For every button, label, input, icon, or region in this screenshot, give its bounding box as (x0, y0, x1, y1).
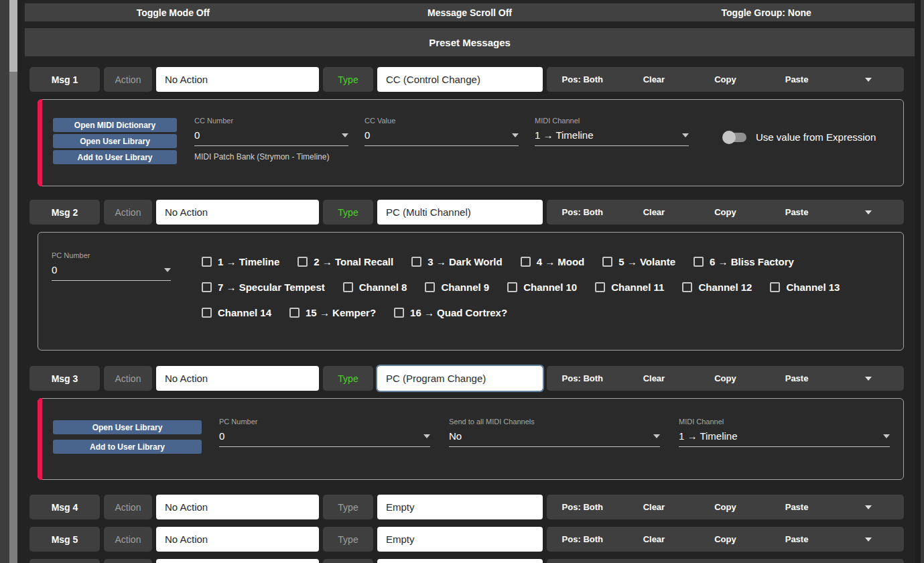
row-menu-button[interactable] (832, 200, 904, 225)
action-label-button[interactable]: Action (104, 559, 152, 563)
channel-checkbox[interactable]: 4 → Mood (521, 256, 585, 267)
type-label-button[interactable]: Type (323, 366, 373, 391)
cc-value-select[interactable]: 0 (365, 129, 519, 146)
paste-button[interactable]: Paste (761, 366, 833, 391)
open-user-library-button[interactable]: Open User Library (53, 134, 177, 148)
clear-button[interactable]: Clear (618, 559, 690, 563)
type-label-button[interactable]: Type (323, 67, 373, 92)
type-select[interactable]: CC (Control Change) (377, 67, 543, 92)
msg5-button[interactable]: Msg 5 (29, 527, 100, 552)
checkbox-icon[interactable] (411, 257, 421, 267)
copy-button[interactable]: Copy (689, 495, 761, 519)
msg3-button[interactable]: Msg 3 (29, 366, 100, 391)
type-select[interactable]: PC (Multi Channel) (377, 200, 543, 225)
channel-checkbox[interactable]: Channel 8 (343, 282, 407, 293)
msg4-button[interactable]: Msg 4 (29, 495, 100, 519)
channel-checkbox[interactable]: Channel 11 (595, 282, 664, 293)
send-all-channels-field[interactable]: Send to all MIDI Channels No (449, 418, 660, 447)
copy-button[interactable]: Copy (689, 559, 761, 563)
toggle-mode-button[interactable]: Toggle Mode Off (25, 3, 322, 21)
checkbox-icon[interactable] (202, 257, 212, 267)
pos-button[interactable]: Pos: Both (547, 559, 618, 563)
checkbox-icon[interactable] (298, 257, 308, 267)
channel-checkbox[interactable]: Channel 9 (425, 282, 489, 293)
clear-button[interactable]: Clear (618, 67, 690, 92)
action-label-button[interactable]: Action (104, 67, 152, 92)
open-user-library-button[interactable]: Open User Library (53, 420, 202, 434)
channel-checkbox[interactable]: Channel 14 (202, 307, 271, 318)
copy-button[interactable]: Copy (689, 67, 761, 92)
checkbox-icon[interactable] (521, 257, 531, 267)
type-label-button[interactable]: Type (323, 200, 373, 225)
clear-button[interactable]: Clear (618, 366, 690, 391)
action-select[interactable]: No Action (156, 559, 319, 563)
action-select[interactable]: No Action (156, 366, 319, 391)
expression-toggle[interactable] (725, 133, 746, 142)
channel-checkbox[interactable]: Channel 13 (770, 282, 840, 293)
copy-button[interactable]: Copy (689, 200, 761, 225)
msg1-button[interactable]: Msg 1 (29, 67, 100, 92)
midi-channel-field[interactable]: MIDI Channel 1 → Timeline (679, 418, 890, 447)
pos-button[interactable]: Pos: Both (547, 366, 618, 391)
type-label-button[interactable]: Type (323, 559, 373, 563)
type-label-button[interactable]: Type (323, 527, 373, 552)
checkbox-icon[interactable] (202, 308, 212, 318)
pos-button[interactable]: Pos: Both (547, 200, 618, 225)
paste-button[interactable]: Paste (761, 527, 833, 552)
copy-button[interactable]: Copy (689, 527, 761, 552)
scrollbar-thumb[interactable] (9, 0, 17, 72)
cc-value-field[interactable]: CC Value 0 (365, 117, 519, 162)
row-menu-button[interactable] (832, 67, 904, 92)
pos-button[interactable]: Pos: Both (547, 67, 618, 92)
type-select[interactable]: Empty (377, 559, 543, 563)
channel-checkbox[interactable]: Channel 10 (507, 282, 577, 293)
channel-checkbox[interactable]: 5 → Volante (602, 256, 675, 267)
paste-button[interactable]: Paste (761, 495, 833, 519)
action-label-button[interactable]: Action (104, 366, 152, 391)
msg2-button[interactable]: Msg 2 (29, 200, 100, 225)
paste-button[interactable]: Paste (761, 559, 833, 563)
midi-channel-select[interactable]: 1 → Timeline (535, 129, 689, 146)
action-label-button[interactable]: Action (104, 200, 152, 225)
checkbox-icon[interactable] (202, 282, 212, 292)
send-all-channels-select[interactable]: No (449, 430, 660, 447)
vertical-scrollbar[interactable] (9, 0, 17, 563)
type-select-focused[interactable]: PC (Program Change) (377, 366, 543, 391)
open-midi-dictionary-button[interactable]: Open MIDI Dictionary (53, 118, 177, 132)
pc-number-field[interactable]: PC Number 0 (219, 418, 430, 447)
checkbox-icon[interactable] (602, 257, 612, 267)
channel-checkbox[interactable]: Channel 12 (682, 282, 752, 293)
msg6-button[interactable]: Msg 6 (29, 559, 100, 563)
type-select[interactable]: Empty (377, 495, 543, 519)
toggle-group-button[interactable]: Toggle Group: None (618, 3, 915, 21)
pc-number-select[interactable]: 0 (52, 264, 171, 281)
row-menu-button[interactable] (832, 527, 904, 552)
clear-button[interactable]: Clear (618, 527, 690, 552)
action-label-button[interactable]: Action (104, 527, 152, 552)
copy-button[interactable]: Copy (689, 366, 761, 391)
clear-button[interactable]: Clear (618, 495, 690, 519)
message-scroll-button[interactable]: Message Scroll Off (322, 3, 618, 21)
pc-number-select[interactable]: 0 (219, 430, 430, 447)
checkbox-icon[interactable] (694, 257, 704, 267)
pc-number-field[interactable]: PC Number 0 (52, 251, 171, 281)
pos-button[interactable]: Pos: Both (547, 495, 618, 519)
checkbox-icon[interactable] (682, 282, 692, 292)
cc-number-field[interactable]: CC Number 0 MIDI Patch Bank (Strymon - T… (194, 117, 348, 162)
action-select[interactable]: No Action (156, 67, 319, 92)
channel-checkbox[interactable]: 1 → Timeline (202, 256, 279, 267)
checkbox-icon[interactable] (507, 282, 517, 292)
cc-number-select[interactable]: 0 (194, 129, 348, 146)
checkbox-icon[interactable] (394, 308, 404, 318)
action-select[interactable]: No Action (156, 495, 319, 519)
channel-checkbox[interactable]: 15 → Kemper? (289, 307, 376, 318)
pos-button[interactable]: Pos: Both (547, 527, 618, 552)
paste-button[interactable]: Paste (761, 200, 833, 225)
action-label-button[interactable]: Action (104, 495, 152, 519)
channel-checkbox[interactable]: 16 → Quad Cortrex? (394, 307, 507, 318)
channel-checkbox[interactable]: 3 → Dark World (411, 256, 502, 267)
action-select[interactable]: No Action (156, 200, 319, 225)
row-menu-button[interactable] (832, 495, 904, 519)
clear-button[interactable]: Clear (618, 200, 690, 225)
add-to-user-library-button[interactable]: Add to User Library (53, 150, 177, 164)
